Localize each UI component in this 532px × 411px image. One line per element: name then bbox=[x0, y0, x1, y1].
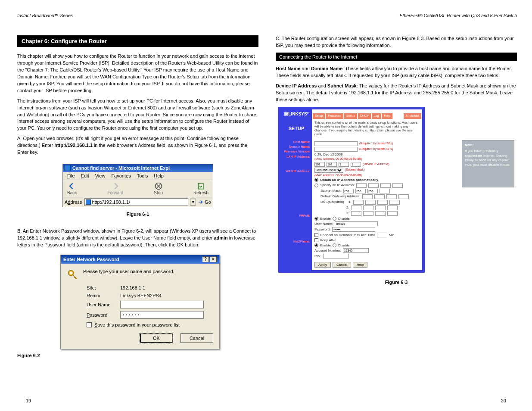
menu-help[interactable]: Help bbox=[151, 173, 166, 179]
domain-name-input[interactable] bbox=[314, 147, 358, 152]
wan-auto-radio[interactable] bbox=[314, 178, 318, 182]
save-password-checkbox[interactable] bbox=[87, 322, 92, 327]
host-name-input[interactable] bbox=[314, 141, 358, 146]
lan-ip-3[interactable] bbox=[339, 162, 349, 167]
linksys-logo: 🕸 LINKSYS° bbox=[281, 109, 312, 119]
help-button[interactable]: Help bbox=[353, 262, 367, 268]
address-dropdown[interactable]: ▼ bbox=[190, 199, 196, 206]
ie-title-bar: Cannot find server - Microsoft Internet … bbox=[63, 164, 213, 172]
cancel-setup-button[interactable]: Cancel bbox=[333, 262, 351, 268]
wan-mac: (MAC Address: 00-00-00-00-00-00) bbox=[314, 174, 420, 177]
tab-help[interactable]: Help bbox=[382, 113, 392, 119]
lan-ip-1[interactable] bbox=[314, 162, 325, 167]
keep-alive-check[interactable] bbox=[314, 238, 318, 242]
go-button[interactable]: Go bbox=[198, 199, 211, 205]
running-header-right: EtherFast® Cable/DSL Router with QoS and… bbox=[276, 13, 517, 18]
chapter-title: Chapter 6: Configure the Router bbox=[17, 35, 258, 47]
lan-mac: (MAC Address: 00-00-00-00-00-00) bbox=[314, 157, 420, 161]
password-label: Password bbox=[67, 312, 120, 318]
net2phone-disable[interactable] bbox=[333, 243, 336, 247]
svg-rect-1 bbox=[199, 183, 204, 189]
subnet-mask-select[interactable]: 255.255.255.0 bbox=[314, 168, 343, 173]
address-input[interactable]: http://192.168.1.1/ bbox=[84, 198, 188, 206]
cancel-button[interactable]: Cancel bbox=[180, 333, 213, 343]
address-label: Address bbox=[65, 199, 83, 205]
tab-status[interactable]: Status bbox=[344, 113, 357, 119]
page-number-left: 19 bbox=[26, 398, 31, 403]
pwd-intro-text: Please type your user name and password. bbox=[83, 269, 174, 274]
figure-6-2-caption: Figure 6-2 bbox=[17, 353, 258, 358]
figure-6-2-password-dialog: Enter Network Password ? × Please type y… bbox=[60, 255, 220, 349]
figure-6-1-caption: Figure 6-1 bbox=[17, 212, 258, 217]
username-label: User Name bbox=[67, 302, 120, 307]
step-a: A. Open your web browser. (It's all righ… bbox=[17, 135, 258, 156]
site-label: Site: bbox=[67, 285, 120, 290]
ie-app-icon bbox=[65, 165, 71, 171]
setup-tabs: Setup Password Status DHCP Log Help Adva… bbox=[312, 109, 422, 119]
figure-6-1-browser: Cannot find server - Microsoft Internet … bbox=[62, 164, 213, 207]
tab-log[interactable]: Log bbox=[372, 113, 381, 119]
tab-password[interactable]: Password bbox=[326, 113, 343, 119]
lan-ip-2[interactable] bbox=[327, 162, 337, 167]
forward-button: Forward bbox=[107, 182, 123, 195]
net2phone-enable[interactable] bbox=[314, 243, 318, 247]
figure-6-3-caption: Figure 6-3 bbox=[276, 280, 517, 285]
close-icon[interactable]: × bbox=[210, 256, 217, 262]
tab-advanced[interactable]: Advanced bbox=[404, 113, 421, 119]
pppoe-password[interactable] bbox=[332, 227, 375, 232]
menu-file[interactable]: File bbox=[65, 173, 78, 179]
page-number-right: 20 bbox=[501, 398, 506, 403]
tab-dhcp[interactable]: DHCP bbox=[358, 113, 371, 119]
menu-favorites[interactable]: Favorites bbox=[109, 173, 133, 179]
help-icon[interactable]: ? bbox=[202, 256, 209, 262]
pppoe-disable[interactable] bbox=[333, 217, 336, 221]
back-button[interactable]: Back bbox=[67, 182, 77, 195]
section-heading: Connecting the Router to the Internet bbox=[276, 53, 517, 61]
host-domain-paragraph: Host Name and Domain Name: These fields … bbox=[276, 65, 517, 79]
running-header-left: Instant Broadband™ Series bbox=[17, 13, 258, 18]
ok-button[interactable]: OK bbox=[140, 333, 173, 343]
key-icon bbox=[67, 269, 79, 281]
pppoe-username[interactable] bbox=[335, 221, 378, 226]
setup-description: This screen contains all of the router's… bbox=[312, 119, 422, 139]
figure-6-3-setup: 🕸 LINKSYS° Setup Password Status DHCP Lo… bbox=[278, 107, 425, 273]
pin-input[interactable] bbox=[323, 254, 349, 258]
stop-button[interactable]: Stop bbox=[154, 182, 163, 195]
firmware-version: 0.29, Dec 12 2008 bbox=[314, 153, 420, 157]
realm-label: Realm bbox=[67, 293, 120, 298]
refresh-button[interactable]: Refresh bbox=[193, 182, 208, 195]
menu-tools[interactable]: Tools bbox=[134, 173, 151, 179]
side-note: Note: If you have previously enabled an … bbox=[462, 140, 514, 187]
tab-setup[interactable]: Setup bbox=[313, 113, 325, 119]
menu-view[interactable]: View bbox=[93, 173, 108, 179]
password-input[interactable]: xxxxxx bbox=[120, 311, 204, 319]
setup-sidebar: Host Name: Domain Name: Firmware Version… bbox=[281, 139, 312, 271]
lan-ip-4[interactable] bbox=[351, 162, 361, 167]
realm-value: Linksys BEFN2PS4 bbox=[120, 293, 162, 298]
pppoe-enable[interactable] bbox=[314, 217, 318, 221]
save-password-label: Save this password in your password list bbox=[94, 322, 180, 327]
step-c: C. The Router configuration screen will … bbox=[276, 35, 517, 49]
apply-button[interactable]: Apply bbox=[314, 262, 331, 268]
connect-demand-check[interactable] bbox=[314, 233, 318, 237]
step-b: B. An Enter Network Password window, sho… bbox=[17, 228, 258, 249]
site-value: 192.168.1.1 bbox=[120, 285, 145, 290]
wan-specify-radio[interactable] bbox=[314, 184, 318, 187]
svg-point-3 bbox=[70, 272, 72, 274]
menu-edit[interactable]: Edit bbox=[78, 173, 92, 179]
device-ip-paragraph: Device IP Address and Subnet Mask: The v… bbox=[276, 83, 517, 103]
ie-menu-bar: File Edit View Favorites Tools Help bbox=[63, 172, 213, 180]
username-input[interactable] bbox=[120, 301, 204, 308]
page-icon bbox=[86, 199, 91, 205]
intro-paragraph: This chapter will show you how to config… bbox=[17, 53, 258, 94]
pwd-title-bar: Enter Network Password ? × bbox=[61, 255, 219, 264]
instructions-paragraph: The instructions from your ISP will tell… bbox=[17, 98, 258, 132]
acct-number[interactable] bbox=[343, 248, 369, 253]
setup-page-label: SETUP bbox=[281, 119, 312, 139]
